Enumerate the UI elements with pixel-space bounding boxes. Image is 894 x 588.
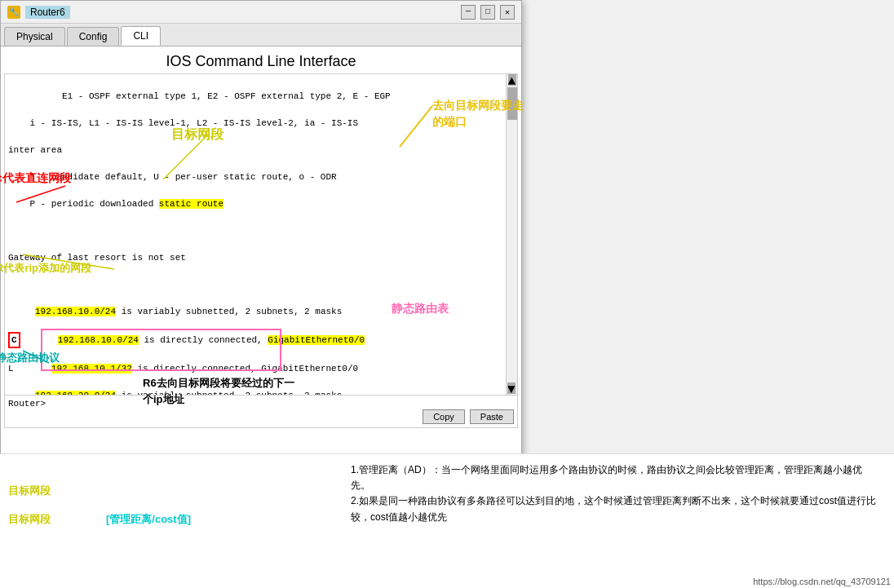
router-icon: 🔧 <box>7 6 20 19</box>
close-button[interactable]: ✕ <box>500 5 515 20</box>
window-title: Router6 <box>25 6 70 19</box>
cli-content: E1 - OSPF external type 1, E2 - OSPF ext… <box>5 74 517 396</box>
title-bar-left: 🔧 Router6 <box>7 6 70 19</box>
copy-button[interactable]: Copy <box>423 409 465 424</box>
page-title: IOS Command Line Interface <box>1 46 521 73</box>
cli-area[interactable]: E1 - OSPF external type 1, E2 - OSPF ext… <box>4 73 518 396</box>
tab-bar: Physical Config CLI <box>1 24 521 46</box>
paste-button[interactable]: Paste <box>470 409 514 424</box>
minimize-button[interactable]: ─ <box>461 5 476 20</box>
scrollbar[interactable]: ▲ ▼ <box>506 74 517 395</box>
dest-segment-label: 目标网段 <box>8 484 51 498</box>
title-bar: 🔧 Router6 ─ □ ✕ <box>1 1 521 24</box>
url-bar: https://blog.csdn.net/qq_43709121 <box>750 575 894 588</box>
ad-cost-label: [管理距离/cost值] <box>106 512 191 527</box>
tab-cli[interactable]: CLI <box>121 26 161 46</box>
tab-config[interactable]: Config <box>67 27 120 46</box>
explanation-text: 1.管理距离（AD）：当一个网络里面同时运用多个路由协议的时候，路由协议之间会比… <box>351 462 878 525</box>
tab-physical[interactable]: Physical <box>4 27 65 46</box>
dest-segment-label2: 目标网段 <box>8 512 51 527</box>
explanation-line1: 1.管理距离（AD）：当一个网络里面同时运用多个路由协议的时候，路由协议之间会比… <box>351 462 878 493</box>
router6-window: 🔧 Router6 ─ □ ✕ Physical Config CLI IOS … <box>0 0 522 457</box>
explanation-line2: 2.如果是同一种路由协议有多条路径可以达到目的地，这个时候通过管理距离判断不出来… <box>351 493 878 524</box>
maximize-button[interactable]: □ <box>480 5 495 20</box>
title-bar-controls: ─ □ ✕ <box>461 5 515 20</box>
